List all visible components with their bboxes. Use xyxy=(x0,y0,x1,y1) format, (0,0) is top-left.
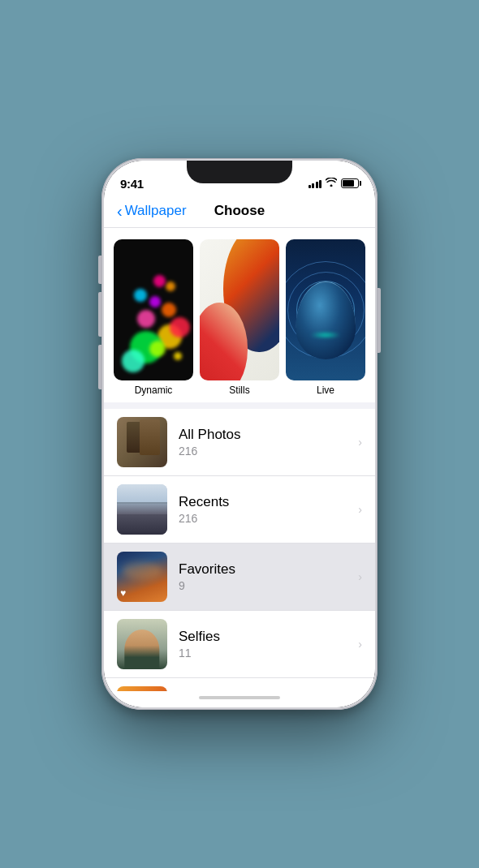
album-item-all-photos[interactable]: All Photos 216 › xyxy=(104,409,375,476)
signal-bar-1 xyxy=(309,185,311,188)
favorites-text: Favorites 9 xyxy=(179,561,352,592)
back-button[interactable]: ‹ Wallpaper xyxy=(117,203,199,219)
signal-bar-4 xyxy=(319,180,321,188)
selfies-thumbnail xyxy=(117,619,167,669)
selfies-title: Selfies xyxy=(179,629,352,645)
back-label: Wallpaper xyxy=(125,203,187,219)
status-time: 9:41 xyxy=(120,177,144,191)
recents-thumbnail xyxy=(117,484,167,535)
status-icons xyxy=(309,178,360,189)
live-thumbnail xyxy=(286,239,365,380)
album-item-live-photos[interactable]: Live Photos 13 › xyxy=(104,678,375,691)
home-indicator-area xyxy=(104,691,375,707)
album-item-selfies[interactable]: Selfies 11 › xyxy=(104,611,375,678)
nav-bar: ‹ Wallpaper Choose xyxy=(104,196,375,228)
live-glow xyxy=(309,332,341,338)
selfies-chevron-icon: › xyxy=(358,638,362,651)
screen: 9:41 xyxy=(104,161,375,707)
stills-label: Stills xyxy=(229,385,249,396)
stills-thumbnail xyxy=(200,239,279,380)
favorites-thumbnail: ♥ xyxy=(117,552,167,602)
albums-list: All Photos 216 › Recents 216 › xyxy=(104,409,375,691)
live-photos-thumbnail xyxy=(117,686,167,691)
all-photos-count: 216 xyxy=(179,445,352,458)
favorites-chevron-icon: › xyxy=(358,570,362,583)
signal-bar-2 xyxy=(312,183,314,188)
battery-fill xyxy=(343,180,354,187)
recents-count: 216 xyxy=(179,512,352,525)
phone-frame: 9:41 xyxy=(101,158,378,710)
all-photos-text: All Photos 216 xyxy=(179,427,352,458)
volume-down-button[interactable] xyxy=(98,345,101,389)
heart-icon: ♥ xyxy=(120,587,126,599)
wifi-icon xyxy=(326,178,337,189)
recents-chevron-icon: › xyxy=(358,503,362,516)
volume-up-button[interactable] xyxy=(98,292,101,337)
recents-text: Recents 216 xyxy=(179,494,352,525)
album-item-recents[interactable]: Recents 216 › xyxy=(104,476,375,544)
all-photos-title: All Photos xyxy=(179,427,352,443)
dynamic-label: Dynamic xyxy=(135,385,173,396)
live-label: Live xyxy=(317,385,334,396)
favorites-count: 9 xyxy=(179,579,352,592)
signal-icon xyxy=(309,178,322,188)
back-chevron-icon: ‹ xyxy=(117,203,123,219)
bokeh-effect xyxy=(114,239,193,380)
dynamic-thumbnail xyxy=(114,239,193,380)
selfies-text: Selfies 11 xyxy=(179,629,352,660)
selfies-count: 11 xyxy=(179,647,352,660)
home-bar[interactable] xyxy=(199,696,280,699)
favorites-title: Favorites xyxy=(179,561,352,578)
page-title: Choose xyxy=(199,203,281,219)
wallpaper-category-stills[interactable]: Stills xyxy=(200,239,279,396)
album-item-favorites[interactable]: ♥ Favorites 9 › xyxy=(104,544,375,611)
status-bar: 9:41 xyxy=(104,161,375,196)
scroll-content[interactable]: Dynamic Stills xyxy=(104,228,375,691)
notch xyxy=(187,161,292,183)
wallpaper-category-dynamic[interactable]: Dynamic xyxy=(114,239,193,396)
wallpaper-category-grid: Dynamic Stills xyxy=(104,228,375,402)
recents-title: Recents xyxy=(179,494,352,510)
signal-bar-3 xyxy=(316,182,318,188)
selfie-body xyxy=(124,630,159,670)
phone-body: 9:41 xyxy=(104,161,375,707)
all-photos-thumbnail xyxy=(117,417,167,467)
power-button[interactable] xyxy=(378,288,381,353)
wallpaper-category-live[interactable]: Live xyxy=(286,239,365,396)
all-photos-chevron-icon: › xyxy=(358,436,362,449)
battery-icon xyxy=(341,178,359,188)
